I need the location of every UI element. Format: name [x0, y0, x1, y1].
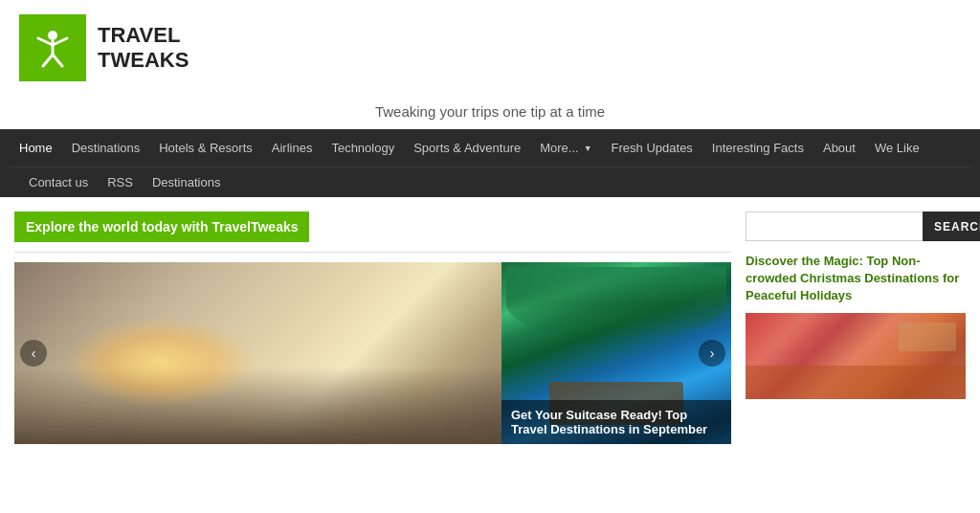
- logo-icon: [19, 14, 86, 81]
- search-button[interactable]: SEARCH: [923, 212, 980, 241]
- carousel-prev-button[interactable]: ‹: [20, 340, 47, 367]
- logo-text: TRAVEL TWEAKS: [98, 23, 189, 74]
- nav-item-about[interactable]: About: [813, 129, 865, 167]
- section-heading-wrapper: Explore the world today with TravelTweak…: [14, 212, 731, 252]
- sidebar: SEARCH Discover the Magic: Top Non-crowd…: [746, 212, 966, 444]
- carousel-main: ‹: [14, 262, 501, 444]
- nav-item-rss[interactable]: RSS: [98, 167, 143, 197]
- nav-item-destinations[interactable]: Destinations: [62, 129, 150, 167]
- nav-item-more[interactable]: More... ▼: [530, 129, 601, 167]
- nav-item-fresh-updates[interactable]: Fresh Updates: [602, 129, 702, 167]
- nav-item-home[interactable]: Home: [10, 129, 62, 167]
- dropdown-arrow: ▼: [584, 144, 592, 153]
- svg-line-4: [43, 55, 53, 66]
- travel-tweaks-logo-svg: [31, 26, 75, 70]
- logo[interactable]: TRAVEL TWEAKS: [19, 14, 189, 81]
- header: TRAVEL TWEAKS: [0, 0, 980, 96]
- section-heading: Explore the world today with TravelTweak…: [14, 212, 309, 242]
- carousel-caption: Get Your Suitcase Ready! Top Travel Dest…: [501, 400, 731, 444]
- carousel: ‹ Get Your Suitcase Ready! Top Travel De…: [14, 262, 731, 444]
- sidebar-article-image: [746, 313, 966, 399]
- content-area: Explore the world today with TravelTweak…: [0, 197, 980, 458]
- tagline: Tweaking your trips one tip at a time: [0, 96, 980, 129]
- search-bar: SEARCH: [746, 212, 966, 241]
- nav-item-technology[interactable]: Technology: [322, 129, 404, 167]
- section-divider: [14, 252, 731, 253]
- nav-item-sports[interactable]: Sports & Adventure: [404, 129, 530, 167]
- carousel-next-button[interactable]: ›: [699, 340, 725, 367]
- nav-item-hotels[interactable]: Hotels & Resorts: [149, 129, 262, 167]
- nav-item-destinations-secondary[interactable]: Destinations: [143, 167, 231, 197]
- nav-item-contact[interactable]: Contact us: [19, 167, 98, 197]
- carousel-thumb: Get Your Suitcase Ready! Top Travel Dest…: [501, 262, 731, 444]
- nav-secondary: Contact us RSS Destinations: [10, 167, 970, 197]
- svg-line-5: [53, 55, 62, 66]
- nav-bar: Home Destinations Hotels & Resorts Airli…: [0, 129, 980, 197]
- sidebar-article-title[interactable]: Discover the Magic: Top Non-crowded Chri…: [746, 253, 966, 305]
- nav-item-interesting-facts[interactable]: Interesting Facts: [702, 129, 813, 167]
- main-content: Explore the world today with TravelTweak…: [14, 212, 731, 444]
- carousel-main-image: [14, 262, 501, 444]
- nav-item-we-like[interactable]: We Like: [865, 129, 929, 167]
- nav-item-airlines[interactable]: Airlines: [262, 129, 323, 167]
- nav-primary: Home Destinations Hotels & Resorts Airli…: [10, 129, 970, 167]
- search-input[interactable]: [746, 212, 923, 241]
- svg-point-0: [48, 31, 57, 40]
